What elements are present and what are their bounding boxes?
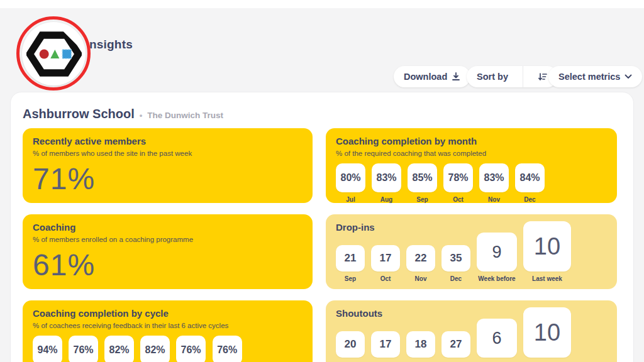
card-subtitle: % of coachees receiving feedback in thei… <box>33 322 303 329</box>
select-metrics-label: Select metrics <box>558 72 620 82</box>
metric-value-box: 82% <box>104 336 134 362</box>
download-button-label: Download <box>404 72 447 82</box>
card-recently-active-members: Recently active members % of members who… <box>23 128 313 203</box>
metric-box: 80%Jul <box>336 163 365 203</box>
card-subtitle: % of the required coaching that was comp… <box>336 150 607 157</box>
logo-green-triangle <box>50 49 59 58</box>
browser-top-strip <box>0 0 644 8</box>
metric-box-label: Last week <box>532 275 562 282</box>
metric-box: 27Dec <box>441 331 470 362</box>
separator-dot: • <box>140 111 143 120</box>
metric-value-box: 78% <box>443 163 473 192</box>
school-name: Ashburrow School <box>23 107 135 121</box>
metric-box: 82%4 ago <box>104 336 134 362</box>
metric-box: 17Oct <box>371 331 400 362</box>
card-coaching-completion-by-cycle: Coaching completion by cycle % of coache… <box>23 300 313 362</box>
card-title: Coaching <box>33 222 303 233</box>
metric-box: 84%Dec <box>515 163 545 203</box>
metric-value-box: 82% <box>140 336 170 362</box>
metric-value-box: 76% <box>176 336 206 362</box>
cycle-metric-grid: 94%6 ago76%5 ago82%4 ago82%3 ago76%2 ago… <box>33 336 303 362</box>
chevron-down-icon <box>625 74 632 79</box>
metric-box: 35Dec <box>441 245 470 282</box>
metric-value-box: 94% <box>33 336 62 362</box>
school-header: Ashburrow School • The Dunwich Trust <box>23 107 223 121</box>
metric-big-value: 61% <box>33 248 303 282</box>
metric-value-box: 9 <box>477 233 517 272</box>
hexagon-logo-icon <box>26 26 82 82</box>
sort-by-button-group[interactable]: Sort by <box>467 66 558 87</box>
metric-value-box: 21 <box>336 245 365 272</box>
card-drop-ins: Drop-ins 21Sep17Oct22Nov35Dec9Week befor… <box>326 214 617 289</box>
metric-value-box: 27 <box>441 331 470 358</box>
card-coaching-completion-by-month: Coaching completion by month % of the re… <box>326 128 617 203</box>
card-title: Recently active members <box>33 136 303 146</box>
metric-value-box: 76% <box>213 336 242 362</box>
metric-value-box: 35 <box>441 245 470 272</box>
metric-value-box: 17 <box>371 331 400 358</box>
metric-box: 83%Aug <box>372 163 401 203</box>
metric-value-box: 18 <box>406 331 435 358</box>
metric-box-label: Sep <box>345 275 356 282</box>
metric-box: 9Week before <box>477 233 517 282</box>
metric-box: 18Nov <box>406 331 435 362</box>
metric-value-box: 76% <box>69 336 98 362</box>
metric-box: 78%Oct <box>443 163 473 203</box>
sort-descending-icon <box>538 72 548 81</box>
metric-box-label: Sep <box>416 196 428 203</box>
metric-value-box: 80% <box>336 163 365 192</box>
shoutouts-metric-grid: 20Sep17Oct18Nov27Dec6Week before10Last w… <box>336 307 571 362</box>
button-divider <box>523 66 523 87</box>
download-button[interactable]: Download <box>394 66 470 87</box>
metric-box-label: Dec <box>524 196 535 203</box>
metric-value-box: 83% <box>479 163 509 192</box>
metric-value-box: 83% <box>372 163 401 192</box>
metric-box-label: Dec <box>450 275 462 282</box>
metric-box: 83%Nov <box>479 163 509 203</box>
metric-value-box: 20 <box>336 331 365 358</box>
metric-box: 85%Sep <box>408 163 437 203</box>
metric-value-box: 17 <box>371 245 400 272</box>
metric-box-label: Oct <box>380 275 391 282</box>
metric-big-value: 71% <box>33 162 303 196</box>
select-metrics-button[interactable]: Select metrics <box>548 66 642 87</box>
metric-box-label: Nov <box>415 275 427 282</box>
metric-box-label: Week before <box>478 275 515 282</box>
metric-box-label: Nov <box>488 196 500 203</box>
metric-value-box: 84% <box>515 163 545 192</box>
metric-box: 6Week before <box>477 319 517 362</box>
card-shoutouts: Shoutouts 20Sep17Oct18Nov27Dec6Week befo… <box>326 300 617 362</box>
sort-by-button[interactable]: Sort by <box>467 66 518 87</box>
metric-value-box: 10 <box>523 221 571 272</box>
metric-box: 10Last week <box>523 221 571 282</box>
dropins-metric-grid: 21Sep17Oct22Nov35Dec9Week before10Last w… <box>336 221 571 282</box>
metric-box-label: Jul <box>346 196 355 203</box>
metric-box: 21Sep <box>336 245 365 282</box>
metric-box: 10Last week <box>523 307 571 362</box>
metric-box: 17Oct <box>371 245 400 282</box>
download-icon <box>452 72 460 81</box>
metric-value-box: 10 <box>523 307 571 358</box>
card-subtitle: % of members enrolled on a coaching prog… <box>33 236 303 243</box>
logo-red-circle <box>39 49 48 58</box>
metric-box: 76%Last cycle <box>212 336 242 362</box>
card-subtitle: % of members who used the site in the pa… <box>33 150 303 157</box>
metric-box: 76%5 ago <box>69 336 98 362</box>
metric-value-box: 85% <box>408 163 437 192</box>
card-title: Coaching completion by cycle <box>33 308 303 319</box>
app-logo <box>22 22 86 85</box>
metric-box: 82%3 ago <box>140 336 170 362</box>
trust-name: The Dunwich Trust <box>147 111 223 120</box>
page-title: nsights <box>89 38 133 52</box>
card-coaching: Coaching % of members enrolled on a coac… <box>23 214 313 289</box>
metric-box: 94%6 ago <box>33 336 62 362</box>
metric-value-box: 6 <box>477 319 517 358</box>
metric-value-box: 22 <box>406 245 435 272</box>
metric-box-label: Aug <box>380 196 392 203</box>
metric-box: 22Nov <box>406 245 435 282</box>
metric-box-label: Oct <box>453 196 464 203</box>
logo-blue-square <box>62 49 71 58</box>
card-title: Coaching completion by month <box>336 136 607 146</box>
metric-box: 76%2 ago <box>176 336 206 362</box>
metric-box: 20Sep <box>336 331 365 362</box>
